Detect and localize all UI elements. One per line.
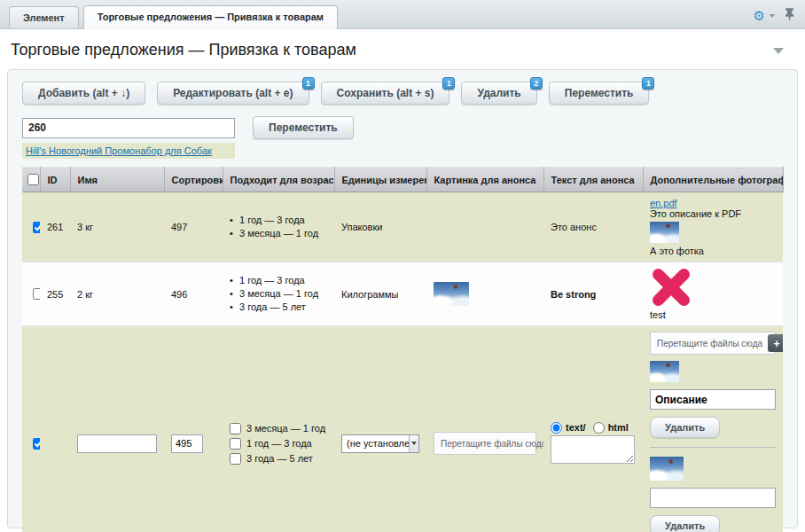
name-input[interactable]: [77, 434, 157, 453]
gear-icon[interactable]: ⚙: [754, 9, 765, 22]
age-checkbox-2[interactable]: [230, 438, 241, 450]
edit-button[interactable]: Редактировать (alt + e) 1: [157, 82, 309, 105]
product-link-strip: Hill's Новогодний Промонабор для Собак: [22, 143, 235, 159]
col-extra-photos: Дополнительные фотографии: [643, 168, 783, 192]
photo2-description-input[interactable]: [650, 488, 776, 508]
col-name: Имя: [70, 168, 164, 192]
row-255-sort: 496: [164, 262, 223, 326]
save-button-badge: 1: [442, 77, 455, 90]
unit-select[interactable]: (не установлено): [341, 434, 419, 453]
row-261-checkbox[interactable]: [33, 222, 40, 233]
table-row-261: 261 3 кг 497 1 год — 3 года 3 месяца — 1…: [22, 192, 783, 262]
move-toolbar-button-badge: 1: [642, 77, 654, 90]
radio-text[interactable]: [551, 422, 562, 434]
table-header-row: ID Имя Сортировка Подходит для возрастов…: [22, 168, 783, 192]
offers-table: ID Имя Сортировка Подходит для возрастов…: [22, 167, 784, 532]
announce-image-dropzone[interactable]: Перетащите файлы сюда +: [434, 432, 536, 455]
add-photo-icon[interactable]: +: [768, 334, 783, 352]
delete-button[interactable]: Удалить 2: [461, 82, 536, 105]
photos-dropzone[interactable]: Перетащите файлы сюда +: [650, 332, 776, 355]
row-255-announce-text: Be strong: [543, 262, 643, 326]
photo2-thumbnail[interactable]: [650, 457, 684, 481]
delete-button-badge: 2: [530, 77, 543, 90]
select-arrow-icon[interactable]: [409, 435, 418, 452]
row-255-checkbox[interactable]: [33, 288, 40, 300]
row-261-name: 3 кг: [70, 192, 164, 262]
age-option-3[interactable]: 3 года — 5 лет: [230, 452, 327, 465]
move-toolbar-button[interactable]: Переместить 1: [549, 82, 650, 105]
toolbar: Добавить (alt + ↓) Редактировать (alt + …: [22, 82, 783, 105]
page-head: Торговые предложения — Привязка к товара…: [0, 29, 805, 69]
col-id: ID: [40, 168, 70, 192]
edit-row-ages-cell: 3 месяца — 1 год 1 год — 3 года 3 года —…: [223, 326, 334, 532]
col-sort: Сортировка: [164, 168, 223, 192]
row-261-photos: en.pdf Это описание к PDF А это фотка: [643, 192, 783, 262]
cross-image[interactable]: [652, 268, 691, 307]
tab-offers-binding[interactable]: Торговые предложения — Привязка к товара…: [83, 5, 338, 29]
row-255-announce-image: [426, 262, 543, 326]
photo-thumbnail[interactable]: [650, 222, 679, 243]
edit-row-name-cell: [70, 326, 164, 532]
row-255-photos: test: [643, 262, 783, 326]
save-button-label: Сохранить (alt + s): [337, 87, 434, 99]
delete-button-label: Удалить: [477, 87, 520, 99]
age-checkbox-1[interactable]: [230, 423, 241, 434]
age-option-1[interactable]: 3 месяца — 1 год: [230, 422, 327, 434]
row-261-announce-text: Это анонс: [543, 192, 643, 262]
announce-textarea[interactable]: [551, 435, 635, 464]
col-units: Единицы измерения: [334, 168, 426, 192]
announce-type-radios: text/ html: [551, 422, 636, 434]
row-255-name: 2 кг: [70, 262, 164, 326]
edit-row-unit-cell: (не установлено): [334, 326, 426, 532]
move-toolbar-button-label: Переместить: [565, 87, 634, 99]
col-announce-image: Картинка для анонса: [426, 168, 543, 192]
col-ages: Подходит для возрастов: [223, 168, 334, 192]
edit-row-id: [40, 326, 70, 532]
row-261-sort: 497: [164, 192, 223, 262]
edit-button-label: Редактировать (alt + e): [173, 87, 293, 99]
photo1-thumbnail[interactable]: [650, 361, 679, 382]
move-target-input[interactable]: [22, 118, 235, 138]
product-link[interactable]: Hill's Новогодний Промонабор для Собак: [26, 145, 212, 156]
pdf-link[interactable]: en.pdf: [650, 198, 677, 208]
edit-button-badge: 1: [302, 77, 315, 90]
move-button-label: Переместить: [269, 121, 338, 134]
table-row-255: 255 2 кг 496 1 год — 3 года 3 месяца — 1…: [22, 262, 783, 326]
table-edit-row: 3 месяца — 1 год 1 год — 3 года 3 года —…: [22, 326, 783, 532]
save-button[interactable]: Сохранить (alt + s) 1: [321, 82, 450, 105]
add-button-label: Добавить (alt + ↓): [38, 87, 129, 99]
page-title: Торговые предложения — Привязка к товара…: [11, 41, 794, 59]
tab-element[interactable]: Элемент: [9, 6, 79, 28]
sort-input[interactable]: [171, 434, 203, 453]
edit-row-checkbox[interactable]: [33, 438, 40, 450]
row-261-unit: Упаковки: [334, 192, 426, 262]
cross-caption: test: [650, 309, 776, 320]
tab-bar: Элемент Торговые предложения — Привязка …: [0, 0, 805, 29]
move-row: Переместить: [22, 116, 783, 139]
pdf-description: Это описание к PDF: [650, 208, 776, 219]
age-checkbox-3[interactable]: [230, 453, 241, 465]
row-255-ages: 1 год — 3 года 3 месяца — 1 год 3 года —…: [230, 274, 327, 314]
photo1-delete-button[interactable]: Удалить: [650, 417, 720, 438]
collapse-arrow-icon[interactable]: [773, 48, 784, 54]
announce-image-thumbnail[interactable]: [434, 282, 469, 306]
row-255-unit: Килограммы: [334, 262, 426, 326]
row-261-id: 261: [40, 192, 70, 262]
add-button[interactable]: Добавить (alt + ↓): [22, 82, 145, 105]
move-button[interactable]: Переместить: [253, 116, 354, 139]
photo2-delete-button[interactable]: Удалить: [650, 515, 720, 532]
edit-row-sort-cell: [164, 326, 223, 532]
age-option-2[interactable]: 1 год — 3 года: [230, 437, 327, 450]
select-all-checkbox[interactable]: [27, 174, 39, 185]
photo-caption: А это фотка: [650, 246, 776, 256]
main-panel: Добавить (alt + ↓) Редактировать (alt + …: [7, 69, 798, 528]
edit-row-photos-cell: Перетащите файлы сюда + Удалить Удалить: [643, 326, 783, 532]
photo1-description-input[interactable]: [650, 389, 776, 410]
col-announce-text: Текст для анонса: [543, 168, 643, 192]
tabbar-icons: ⚙: [754, 7, 794, 24]
chevron-down-icon[interactable]: [770, 14, 775, 18]
screen: Элемент Торговые предложения — Привязка …: [0, 0, 805, 528]
radio-html[interactable]: [593, 422, 605, 434]
pin-icon[interactable]: [785, 7, 794, 24]
edit-row-announce-image-cell: Перетащите файлы сюда +: [426, 326, 543, 532]
